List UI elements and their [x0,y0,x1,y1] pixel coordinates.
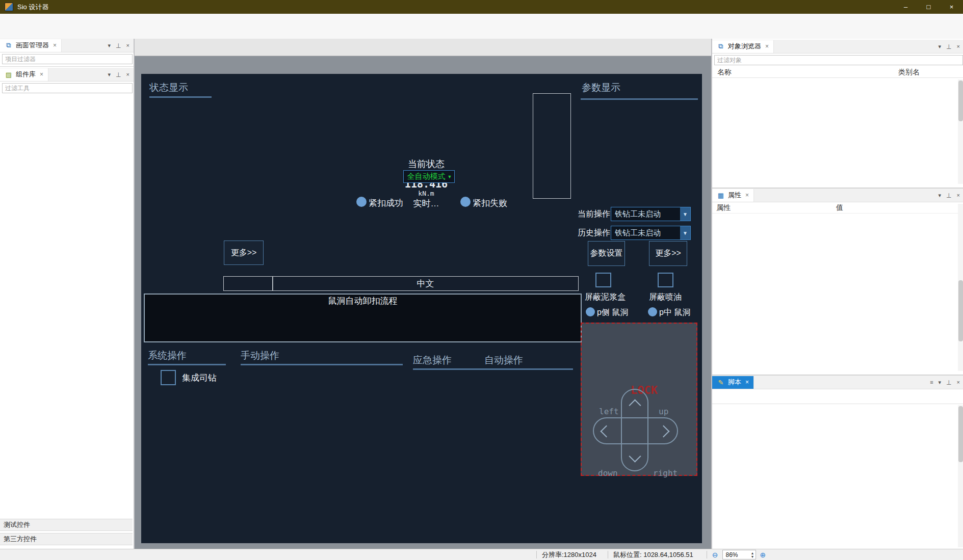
window-title: Sio 设计器 [17,3,48,12]
tighten-ok-dot [356,197,367,207]
divider [241,364,403,365]
mode-dropdown[interactable]: 全自动模式▼ [403,170,455,183]
tab-component-lib[interactable]: ▨ 组件库 × [0,68,48,81]
joystick-down-label: down [598,468,618,478]
param-more-button[interactable]: 更多>> [649,241,687,266]
chevron-down-icon[interactable]: ▾ [108,71,111,78]
params-title: 参数显示 [582,81,620,94]
status-panel-title: 状态显示 [149,81,188,94]
script-scrollbar[interactable] [958,405,963,547]
tighten-fail-label: 紧扣失败 [473,197,507,209]
chevron-down-icon[interactable]: ▾ [108,42,111,49]
tab-screen-manager[interactable]: ⧉ 画面管理器 × [0,39,62,52]
close-icon[interactable]: × [745,379,749,386]
properties-title: 属性 [728,191,741,200]
gauge-realtime-label: 实时… [396,198,457,209]
script-editor[interactable] [712,404,963,548]
tab-object-browser[interactable]: ⧉ 对象浏览器 × [712,40,774,53]
chevron-down-icon[interactable]: ▾ [939,192,942,199]
zoom-in-icon[interactable]: ⊕ [760,551,766,559]
component-filter-input[interactable] [2,83,133,93]
param-settings-button[interactable]: 参数设置 [588,241,625,266]
object-browser-title: 对象浏览器 [728,42,761,51]
component-lib-header: ▨ 组件库 × ▾ ⊤ × [0,68,134,82]
component-lib-icon: ▨ [5,71,13,78]
mousehole-flow-panel: 鼠洞自动卸扣流程 [144,294,582,342]
tab-properties[interactable]: ▦ 属性 × [712,189,754,202]
close-icon[interactable]: × [126,42,129,48]
script-toolbar [712,389,963,404]
maximize-button[interactable]: □ [917,0,940,14]
spinner-arrows-icon[interactable]: ▲▼ [751,551,754,558]
history-op-dropdown[interactable]: 铁钻工未启动▼ [611,226,691,240]
resolution-label: 分辨率:1280x1024 [542,550,596,559]
menu-icon[interactable]: ≡ [930,379,933,385]
close-icon[interactable]: × [40,71,43,78]
section-test-controls[interactable]: 测试控件 [0,519,133,531]
flow-panel-title: 鼠洞自动卸扣流程 [145,295,581,307]
component-lib-title: 组件库 [16,70,36,79]
empty-frame-box [533,93,571,199]
project-filter-input[interactable] [2,54,133,64]
close-icon[interactable]: × [745,192,749,199]
pin-icon[interactable]: ⊤ [946,43,951,50]
close-icon[interactable]: × [957,192,960,198]
mask-mudbox-label: 屏蔽泥浆盒 [581,292,630,303]
auto-ops-title: 自动操作 [484,354,523,367]
joystick-panel: LOCK left up down right [581,323,697,476]
hole-center-dot [648,307,657,316]
language-bar[interactable]: 中文 [272,276,579,291]
screen-manager-icon: ⧉ [5,41,13,49]
section-thirdparty-controls[interactable]: 第三方控件 [0,533,133,545]
integrated-driller-label: 集成司钻 [182,372,217,384]
properties-icon: ▦ [717,192,725,199]
tab-script[interactable]: ✎ 脚本 × [712,376,754,389]
pin-icon[interactable]: ⊤ [116,42,121,49]
properties-columns: 属性 值 [712,202,963,214]
properties-scrollbar[interactable] [958,204,963,371]
divider [149,96,212,98]
mask-oil-label: 屏蔽喷油 [645,292,686,303]
close-icon[interactable]: × [957,43,960,49]
object-browser-scrollbar[interactable] [958,79,963,184]
mask-mudbox-checkbox[interactable] [595,273,611,287]
main-toolbar [0,24,963,39]
hole-side-dot [586,307,595,316]
hole-side-label: p侧 鼠洞 [597,307,628,318]
divider [413,368,573,370]
object-browser-icon: ⧉ [717,42,725,50]
divider [148,364,226,365]
properties-header: ▦ 属性 × ▾ ⊤ × [712,189,963,202]
mask-oil-checkbox[interactable] [658,273,673,287]
minimize-button[interactable]: – [894,0,917,14]
status-bar: 分辨率:1280x1024 鼠标位置: 1028.64,1056.51 ⊖ 86… [0,549,963,560]
close-icon[interactable]: × [765,43,769,50]
chevron-down-icon[interactable]: ▾ [939,379,942,386]
hmi-canvas[interactable]: 状态显示 更多>> 当前状态 118.416 全自动模式▼ kN.m 实时… 紧… [141,74,702,543]
object-filter-input[interactable] [714,55,963,65]
history-op-label: 历史操作 [578,228,610,238]
close-icon[interactable]: × [957,379,960,385]
integrated-driller-checkbox[interactable] [161,370,176,385]
zoom-out-icon[interactable]: ⊖ [712,551,718,559]
sys-ops-title: 系统操作 [148,349,187,362]
mouse-position-label: 鼠标位置: 1028.64,1056.51 [613,550,693,559]
close-button[interactable]: × [940,0,963,14]
chevron-down-icon: ▼ [448,174,452,179]
lang-bar-cell[interactable] [223,276,273,291]
status-zoom-spinner[interactable]: 86% ▲▼ [722,550,756,559]
pin-icon[interactable]: ⊤ [946,379,951,386]
object-browser-header: ⧉ 对象浏览器 × ▾ ⊤ × [712,40,963,54]
current-op-dropdown[interactable]: 铁钻工未启动▼ [611,207,691,221]
screen-manager-header: ⧉ 画面管理器 × ▾ ⊤ × [0,39,134,52]
pin-icon[interactable]: ⊤ [946,192,951,199]
close-icon[interactable]: × [126,71,129,77]
joystick-right-label: right [653,468,678,478]
close-icon[interactable]: × [53,42,57,49]
hole-center-label: p中 鼠洞 [659,307,690,318]
pin-icon[interactable]: ⊤ [116,71,121,78]
left-dock: ⧉ 画面管理器 × ▾ ⊤ × ▨ 组件库 × ▾ ⊤ × 测试控件 第三方控件 [0,39,135,549]
status-more-button[interactable]: 更多>> [224,241,264,265]
tighten-ok-label: 紧扣成功 [369,197,403,209]
chevron-down-icon[interactable]: ▾ [939,43,942,50]
